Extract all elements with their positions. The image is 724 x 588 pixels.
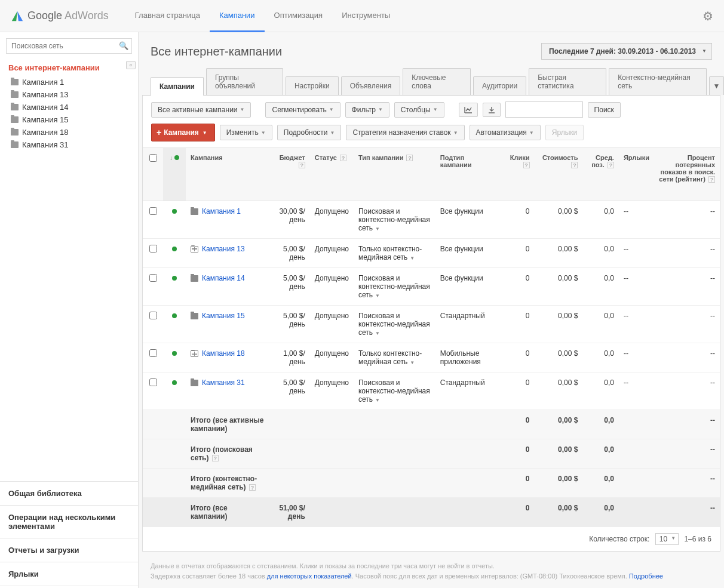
row-checkbox[interactable] (149, 312, 157, 319)
nav-tab-3[interactable]: Инструменты (332, 0, 400, 32)
campaign-tree: Все интернет-кампании Кампания 1Кампания… (0, 60, 138, 151)
sort-column[interactable]: ↓ (163, 148, 186, 201)
help-icon[interactable]: ? (523, 162, 530, 168)
date-range-picker[interactable]: Последние 7 дней: 30.09.2013 - 06.10.201… (541, 43, 712, 60)
help-icon[interactable]: ? (212, 455, 219, 461)
sidebar-campaign-item[interactable]: Кампания 13 (8, 88, 138, 101)
help-icon[interactable]: ? (340, 155, 346, 161)
sub-tab-3[interactable]: Объявления (341, 76, 400, 95)
sidebar-link-4[interactable]: Все видеокампании (0, 586, 138, 588)
campaign-link[interactable]: Кампания 15 (202, 312, 245, 320)
search-icon[interactable]: 🔍 (119, 41, 128, 50)
sub-tab-6[interactable]: Быстрая статистика (529, 68, 606, 95)
row-checkbox[interactable] (149, 207, 157, 215)
settings-gear-icon[interactable]: ⚙ (702, 9, 713, 23)
row-checkbox[interactable] (149, 378, 157, 386)
col-lost-is[interactable]: Процент потерянных показов в поиск. сети… (654, 148, 720, 201)
sub-tab-4[interactable]: Ключевые слова (403, 68, 471, 95)
col-type[interactable]: Тип кампании ? (354, 148, 435, 201)
filter-button[interactable]: Фильтр▼ (345, 102, 389, 118)
segment-button[interactable]: Сегментировать▼ (265, 102, 340, 118)
col-campaign[interactable]: Кампания (186, 148, 269, 201)
cell-cost: 0,00 $ (535, 239, 583, 268)
help-icon[interactable]: ? (571, 162, 578, 168)
collapse-sidebar-button[interactable]: « (126, 61, 136, 69)
table-search-input[interactable] (505, 101, 583, 118)
columns-button[interactable]: Столбцы▼ (394, 102, 444, 118)
cell-type[interactable]: Только контекстно-медийная сеть▼ (354, 239, 435, 268)
cell-type[interactable]: Поисковая и контекстно-медийная сеть▼ (354, 306, 435, 343)
nav-tab-2[interactable]: Оптимизация (265, 0, 333, 32)
sidebar-link-1[interactable]: Операции над несколькими элементами (0, 505, 138, 538)
sub-tab-2[interactable]: Настройки (286, 76, 339, 95)
col-status[interactable]: Статус ? (310, 148, 354, 201)
sidebar-link-3[interactable]: Ярлыки (0, 562, 138, 586)
sidebar-campaign-item[interactable]: Кампания 18 (8, 126, 138, 138)
cell-type[interactable]: Поисковая и контекстно-медийная сеть▼ (354, 372, 435, 410)
cell-lost-is: -- (654, 372, 720, 410)
toolbar-filters: Все активные кампании▼ Сегментировать▼ Ф… (143, 96, 720, 124)
cell-cost: 0,00 $ (535, 306, 583, 343)
chart-toggle-button[interactable] (459, 103, 478, 117)
campaign-link[interactable]: Кампания 18 (202, 349, 245, 358)
sidebar-campaign-item[interactable]: Кампания 15 (8, 113, 138, 126)
automation-button[interactable]: Автоматизация▼ (470, 125, 541, 140)
sidebar-campaign-item[interactable]: Кампания 1 (8, 76, 138, 88)
table-total-row: Итого (контекстно-медийная сеть) ?00,00 … (143, 469, 720, 498)
some-metrics-link[interactable]: для некоторых показателей (267, 572, 352, 580)
row-checkbox[interactable] (149, 274, 157, 282)
help-icon[interactable]: ? (406, 155, 413, 161)
tree-root-all-campaigns[interactable]: Все интернет-кампании (8, 63, 138, 72)
status-dot-icon (172, 247, 177, 251)
cell-subtype: Все функции (435, 268, 502, 306)
cell-cost: 0,00 $ (535, 372, 583, 410)
row-checkbox[interactable] (149, 349, 157, 357)
cell-lost-is: -- (654, 239, 720, 268)
help-icon[interactable]: ? (299, 162, 305, 168)
row-checkbox[interactable] (149, 245, 157, 253)
help-icon[interactable]: ? (608, 162, 614, 168)
bid-strategy-button[interactable]: Стратегия назначения ставок▼ (346, 125, 464, 140)
edit-button[interactable]: Изменить▼ (220, 125, 272, 140)
campaign-link[interactable]: Кампания 13 (202, 245, 245, 253)
details-button[interactable]: Подробности▼ (277, 125, 342, 140)
sub-tab-0[interactable]: Кампании (151, 77, 204, 96)
new-campaign-button[interactable]: +Кампания▼ (151, 124, 215, 141)
cell-type[interactable]: Поисковая и контекстно-медийная сеть▼ (354, 268, 435, 306)
sub-tab-1[interactable]: Группы объявлений (206, 68, 283, 95)
col-labels[interactable]: Ярлыки (619, 148, 654, 201)
download-button[interactable] (483, 103, 501, 117)
table-row: Кампания 145,00 $/деньДопущеноПоисковая … (143, 268, 720, 306)
campaign-link[interactable]: Кампания 14 (202, 274, 245, 282)
col-avgpos[interactable]: Сред. поз. ? (582, 148, 619, 201)
sidebar-search-input[interactable] (6, 38, 132, 54)
nav-tab-0[interactable]: Главная страница (125, 0, 210, 32)
search-button[interactable]: Поиск (588, 102, 621, 118)
campaign-link[interactable]: Кампания 31 (202, 378, 245, 387)
logo[interactable]: Google AdWords (11, 10, 109, 23)
cell-type[interactable]: Поисковая и контекстно-медийная сеть▼ (354, 201, 435, 239)
nav-tab-1[interactable]: Кампании (210, 0, 265, 32)
col-clicks[interactable]: Клики ? (502, 148, 534, 201)
sub-tab-5[interactable]: Аудитории (473, 76, 526, 95)
sidebar-link-2[interactable]: Отчеты и загрузки (0, 538, 138, 562)
sidebar-campaign-item[interactable]: Кампания 31 (8, 138, 138, 151)
col-cost[interactable]: Стоимость ? (535, 148, 583, 201)
col-budget[interactable]: Бюджет ? (269, 148, 310, 201)
learn-more-link[interactable]: Подробнее (629, 572, 663, 580)
chevron-down-icon: ▼ (375, 398, 380, 403)
sidebar-link-0[interactable]: Общая библиотека (0, 481, 138, 505)
help-icon[interactable]: ? (249, 484, 256, 491)
cell-subtype: Все функции (435, 239, 502, 268)
sub-tab-7[interactable]: Контекстно-медийная сеть (609, 68, 706, 95)
campaign-status-filter[interactable]: Все активные кампании▼ (151, 102, 251, 118)
help-icon[interactable]: ? (708, 176, 715, 183)
rows-per-page-select[interactable]: 10 (655, 533, 679, 545)
sidebar-bottom-links: Общая библиотекаОперации над несколькими… (0, 481, 138, 588)
cell-type[interactable]: Только контекстно-медийная сеть▼ (354, 343, 435, 372)
sidebar-campaign-item[interactable]: Кампания 14 (8, 101, 138, 113)
select-all-checkbox[interactable] (149, 154, 157, 162)
campaign-link[interactable]: Кампания 1 (202, 207, 241, 216)
sub-tab-more[interactable]: ▼ (709, 76, 724, 95)
col-subtype[interactable]: Подтип кампании (435, 148, 502, 201)
